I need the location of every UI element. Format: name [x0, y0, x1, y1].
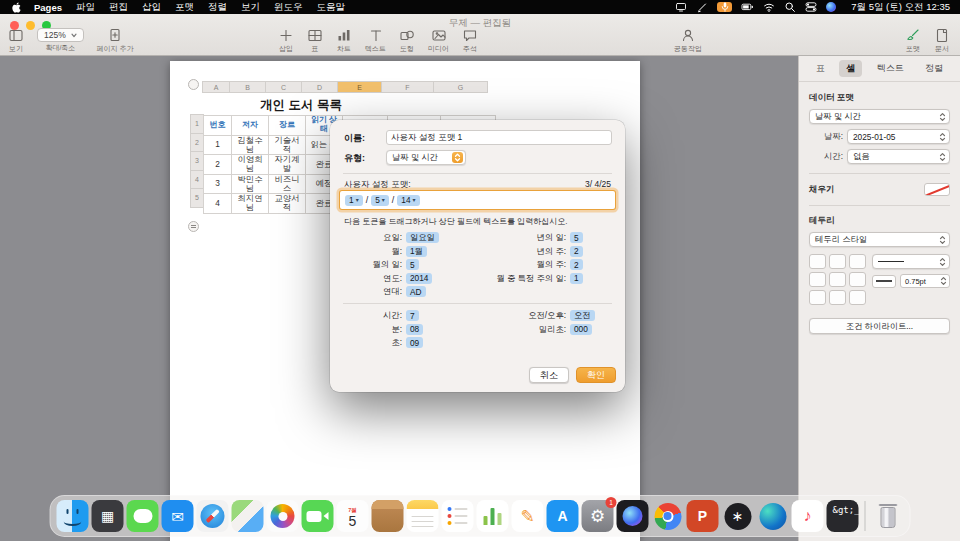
tab-text[interactable]: 텍스트: [870, 60, 911, 77]
dock-notes-icon[interactable]: [407, 500, 439, 532]
search-icon[interactable]: [784, 1, 796, 13]
toolbar-insert-button[interactable]: 삽입: [278, 28, 294, 54]
dock-launchpad-icon[interactable]: ▦: [92, 500, 124, 532]
add-rows-handle[interactable]: [188, 221, 199, 232]
dock-terminal-icon[interactable]: &gt;_: [827, 500, 859, 532]
dock-maps-icon[interactable]: [232, 500, 264, 532]
header-cell[interactable]: 저자: [232, 116, 269, 136]
toolbar-media-button[interactable]: 미디어: [428, 28, 449, 54]
border-position-button[interactable]: [849, 290, 866, 305]
border-position-button[interactable]: [849, 254, 866, 269]
toolbar-text-button[interactable]: 텍스트: [365, 28, 386, 54]
column-ref-f[interactable]: F: [381, 81, 434, 93]
dock-system-settings-icon[interactable]: ⚙1: [582, 500, 614, 532]
dock-photos-icon[interactable]: [267, 500, 299, 532]
wifi-icon[interactable]: [763, 1, 775, 13]
week-of-year-token[interactable]: 2: [570, 246, 583, 257]
header-cell[interactable]: 장르: [269, 116, 306, 136]
dock-facetime-icon[interactable]: [302, 500, 334, 532]
menu-help[interactable]: 도움말: [310, 1, 353, 14]
format-name-input[interactable]: [386, 130, 612, 145]
tab-table[interactable]: 표: [809, 60, 832, 77]
hour-token[interactable]: 7: [406, 310, 419, 321]
toolbar-collaborate-button[interactable]: 공동작업: [674, 28, 702, 54]
border-position-button[interactable]: [809, 290, 826, 305]
second-token[interactable]: 09: [406, 337, 423, 348]
dock-finder-icon[interactable]: [57, 500, 89, 532]
menu-format[interactable]: 포맷: [168, 1, 201, 14]
column-ref-e-selected[interactable]: E: [337, 81, 382, 93]
dock-messages-icon[interactable]: [127, 500, 159, 532]
border-position-button[interactable]: [829, 254, 846, 269]
tab-cell[interactable]: 셀: [839, 60, 862, 77]
dock-mail-icon[interactable]: ✉: [162, 500, 194, 532]
dock-chatgpt-icon[interactable]: ∗: [722, 500, 754, 532]
dock-edge-icon[interactable]: [757, 500, 789, 532]
tab-arrange[interactable]: 정렬: [918, 60, 950, 77]
row-ref-5[interactable]: 5: [190, 188, 204, 208]
time-format-popup[interactable]: 없음: [847, 149, 950, 164]
dock-powerpoint-icon[interactable]: P: [687, 500, 719, 532]
day-of-month-token[interactable]: 5: [406, 259, 419, 270]
table-title[interactable]: 개인 도서 목록: [203, 97, 399, 114]
millisecond-token[interactable]: 000: [570, 324, 592, 335]
menu-insert[interactable]: 삽입: [135, 1, 168, 14]
date-format-popup[interactable]: 2025-01-05: [847, 129, 950, 144]
toolbar-zoom-control[interactable]: 125% 확대/축소: [37, 28, 84, 54]
toolbar-chart-button[interactable]: 차트: [336, 28, 352, 54]
menu-edit[interactable]: 편집: [102, 1, 135, 14]
week-of-month-token[interactable]: 2: [570, 259, 583, 270]
format-token-field[interactable]: 1▾ / 5▾ / 14▾: [340, 191, 615, 209]
apple-menu[interactable]: [10, 2, 27, 13]
mic-indicator-icon[interactable]: [717, 2, 732, 12]
row-ref-2[interactable]: 2: [190, 133, 204, 153]
dock-box-app-icon[interactable]: [372, 500, 404, 532]
border-width-stepper[interactable]: 0.75pt: [900, 274, 950, 288]
line-style-popup[interactable]: [872, 254, 950, 269]
column-ref-c[interactable]: C: [265, 81, 302, 93]
border-position-button[interactable]: [809, 272, 826, 287]
border-position-button[interactable]: [829, 290, 846, 305]
dock-app-store-icon[interactable]: A: [547, 500, 579, 532]
border-style-popup[interactable]: 테두리 스타일: [809, 232, 950, 247]
control-center-icon[interactable]: [805, 1, 817, 13]
cancel-button[interactable]: 취소: [529, 367, 569, 383]
type-popup[interactable]: 날짜 및 시간: [386, 150, 466, 165]
dock-music-icon[interactable]: ♪: [792, 500, 824, 532]
data-format-popup[interactable]: 날짜 및 시간: [809, 109, 950, 124]
zoom-level-button[interactable]: 125%: [37, 28, 84, 42]
menu-window[interactable]: 윈도우: [267, 1, 310, 14]
weekday-token[interactable]: 일요일: [406, 232, 439, 243]
dock-numbers-icon[interactable]: [477, 500, 509, 532]
month-token[interactable]: 1▾: [345, 195, 363, 206]
dock-trash-icon[interactable]: [872, 500, 904, 532]
ok-button[interactable]: 확인: [576, 367, 616, 383]
fill-color-well[interactable]: [924, 183, 950, 196]
dock-pages-icon[interactable]: ✎: [512, 500, 544, 532]
conditional-highlight-button[interactable]: 조건 하이라이트...: [809, 318, 950, 334]
toolbar-format-button[interactable]: 포맷: [905, 28, 921, 54]
column-ref-g[interactable]: G: [433, 81, 488, 93]
day-token[interactable]: 5▾: [371, 195, 389, 206]
header-cell[interactable]: 번호: [204, 116, 232, 136]
column-ref-d[interactable]: D: [301, 81, 338, 93]
display-icon[interactable]: [675, 1, 687, 13]
dock-calendar-icon[interactable]: 7월5: [337, 500, 369, 532]
row-ref-1[interactable]: 1: [190, 114, 204, 134]
toolbar-view-button[interactable]: 보기: [8, 28, 24, 54]
battery-icon[interactable]: [741, 1, 754, 13]
month-name-token[interactable]: 1월: [406, 246, 427, 257]
row-ref-4[interactable]: 4: [190, 170, 204, 190]
border-position-button[interactable]: [829, 272, 846, 287]
border-position-button[interactable]: [809, 254, 826, 269]
ampm-token[interactable]: 오전: [570, 310, 595, 321]
dock-siri-icon[interactable]: [617, 500, 649, 532]
era-token[interactable]: AD: [406, 286, 426, 297]
day-of-year-token[interactable]: 5: [570, 232, 583, 243]
column-ref-a[interactable]: A: [202, 81, 230, 93]
menu-arrange[interactable]: 정렬: [201, 1, 234, 14]
dock-safari-icon[interactable]: [197, 500, 229, 532]
toolbar-shape-button[interactable]: 도형: [399, 28, 415, 54]
toolbar-document-button[interactable]: 문서: [934, 28, 950, 54]
toolbar-add-page-button[interactable]: 페이지 추가: [97, 28, 134, 54]
